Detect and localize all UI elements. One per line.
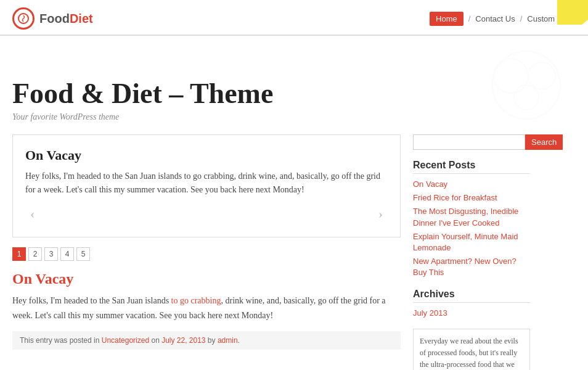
recent-post-2[interactable]: The Most Disgusting, Inedible Dinner I'v…	[413, 206, 530, 228]
svg-point-4	[514, 85, 539, 110]
search-input[interactable]	[413, 134, 525, 150]
meta-category[interactable]: Uncategorized	[102, 336, 149, 345]
svg-point-2	[494, 59, 528, 93]
post-title: On Vacay	[12, 271, 401, 287]
recent-post-1[interactable]: Fried Rice for Breakfast	[413, 192, 530, 204]
nav-contact[interactable]: Contact Us	[475, 14, 515, 23]
nav-home[interactable]: Home	[430, 12, 463, 26]
featured-body: Hey folks, I'm headed to the San Juan is…	[25, 170, 388, 197]
header: FoodDiet Home / Contact Us / Custom Form	[0, 0, 588, 35]
recent-post-4[interactable]: New Apartment? New Oven? Buy This	[413, 256, 530, 278]
recent-post-0[interactable]: On Vacay	[413, 179, 530, 190]
nav: Home / Contact Us / Custom Form	[430, 12, 576, 26]
hero-section: Food & Diet – Theme Your favorite WordPr…	[0, 36, 588, 128]
hero-subtitle: Your favorite WordPress theme	[12, 112, 273, 122]
meta-author[interactable]: admin	[218, 336, 238, 345]
carousel-nav: ‹ ›	[25, 204, 388, 224]
meta-end: .	[238, 336, 240, 345]
archive-july-2013[interactable]: July 2013	[413, 308, 530, 319]
pagination: 1 2 3 4 5	[12, 247, 401, 261]
sidebar-text: Everyday we read about the evils of proc…	[420, 337, 518, 370]
sidebar: Search Recent Posts On Vacay Fried Rice …	[413, 134, 530, 370]
logo-diet: Diet	[70, 12, 93, 25]
page-2[interactable]: 2	[28, 247, 42, 261]
sidebar-text-box: Everyday we read about the evils of proc…	[413, 329, 530, 370]
search-button[interactable]: Search	[525, 134, 563, 150]
content-area: On Vacay Hey folks, I'm headed to the Sa…	[12, 134, 401, 370]
search-box: Search	[413, 134, 530, 150]
nav-sep2: /	[520, 14, 523, 23]
hero-title: Food & Diet – Theme	[12, 77, 273, 110]
post-body-before: Hey folks, I'm headed to the San Juan is…	[12, 296, 171, 305]
recent-post-3[interactable]: Explain Yourself, Minute Maid Lemonade	[413, 231, 530, 253]
post-body-link[interactable]: to go crabbing	[171, 296, 221, 305]
svg-point-3	[528, 62, 555, 89]
meta-middle: on	[149, 336, 161, 345]
carousel-prev[interactable]: ‹	[25, 204, 39, 224]
post-body: Hey folks, I'm headed to the San Juan is…	[12, 294, 401, 323]
featured-post-box: On Vacay Hey folks, I'm headed to the Sa…	[12, 134, 401, 237]
meta-before: This entry was posted in	[20, 336, 102, 345]
nav-sep1: /	[468, 14, 471, 23]
page-5[interactable]: 5	[76, 247, 90, 261]
sticky-note	[557, 0, 588, 25]
logo-food: Food	[39, 12, 70, 25]
logo-icon	[12, 7, 35, 30]
logo: FoodDiet	[12, 7, 93, 30]
page-1[interactable]: 1	[12, 247, 26, 261]
page-4[interactable]: 4	[60, 247, 74, 261]
logo-text: FoodDiet	[39, 12, 93, 26]
meta-date[interactable]: July 22, 2013	[161, 336, 205, 345]
hero-graphic	[477, 48, 576, 122]
main-content: On Vacay Hey folks, I'm headed to the Sa…	[0, 128, 588, 370]
archives-section: Archives July 2013	[413, 289, 530, 319]
recent-posts-section: Recent Posts On Vacay Fried Rice for Bre…	[413, 160, 530, 279]
meta-by: by	[206, 336, 218, 345]
hero-text: Food & Diet – Theme Your favorite WordPr…	[12, 77, 273, 122]
post-meta: This entry was posted in Uncategorized o…	[12, 331, 401, 350]
page-3[interactable]: 3	[44, 247, 58, 261]
carousel-next[interactable]: ›	[374, 204, 388, 224]
recent-posts-title: Recent Posts	[413, 160, 530, 174]
featured-title: On Vacay	[25, 147, 388, 163]
archives-title: Archives	[413, 289, 530, 303]
blog-post: On Vacay Hey folks, I'm headed to the Sa…	[12, 271, 401, 350]
